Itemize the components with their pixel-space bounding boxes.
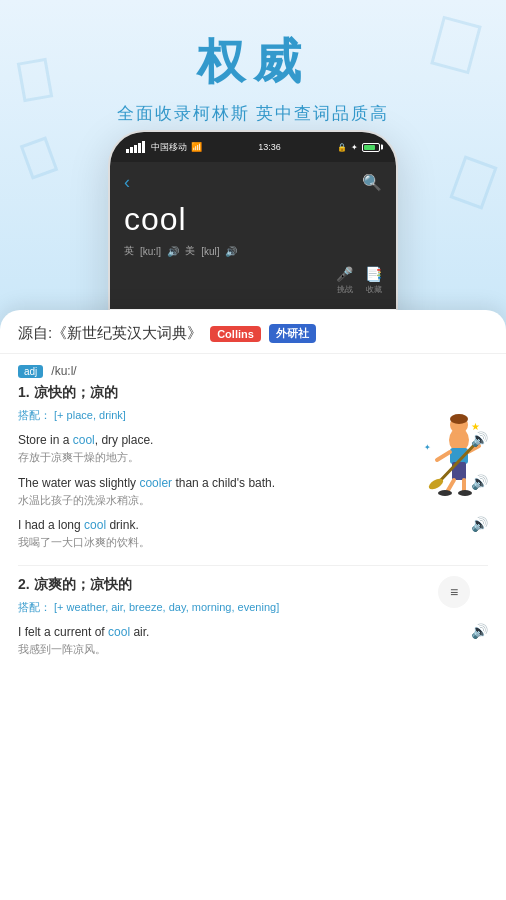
status-bar: 中国移动 📶 13:36 🔒 ✦ <box>110 132 396 162</box>
clock: 13:36 <box>258 142 281 152</box>
pronunciation-section: 英 [ku:l] 🔊 美 [kul] 🔊 <box>124 244 382 258</box>
example-en-1-3: I had a long cool drink. <box>18 516 488 534</box>
example-en-2-1: I felt a current of cool air. <box>18 623 488 641</box>
source-text: 源自:《新世纪英汉大词典》 <box>18 324 202 343</box>
carrier-name: 中国移动 <box>151 141 187 154</box>
divider-1 <box>18 565 488 566</box>
back-button[interactable]: ‹ <box>124 172 130 193</box>
signal-dots <box>126 141 145 153</box>
status-right: 🔒 ✦ <box>337 143 380 152</box>
sound-button-1-2[interactable]: 🔊 <box>471 474 488 490</box>
header-section: 权威 全面收录柯林斯 英中查词品质高 <box>0 0 506 135</box>
collect-button[interactable]: 📑 收藏 <box>365 266 382 295</box>
uk-sound-icon[interactable]: 🔊 <box>167 246 179 257</box>
example-1-1: Store in a cool, dry place. 存放于凉爽干燥的地方。 … <box>18 431 488 466</box>
phonetic-text: /ku:l/ <box>51 364 76 378</box>
challenge-label: 挑战 <box>337 284 353 295</box>
example-en-1-1: Store in a cool, dry place. <box>18 431 488 449</box>
example-1-2: The water was slightly cooler than a chi… <box>18 474 488 509</box>
page-title: 权威 <box>0 30 506 94</box>
example-zh-1-1: 存放于凉爽干燥的地方。 <box>18 449 488 466</box>
menu-button[interactable]: ≡ <box>438 576 470 608</box>
bg-decoration-3 <box>449 155 497 209</box>
collect-label: 收藏 <box>366 284 382 295</box>
waiyanshe-badge[interactable]: 外研社 <box>269 324 316 343</box>
bottom-card: 源自:《新世纪英汉大词典》 Collins 外研社 adj /ku:l/ <box>0 310 506 900</box>
sound-button-2-1[interactable]: 🔊 <box>471 623 488 639</box>
example-zh-1-3: 我喝了一大口冰爽的饮料。 <box>18 534 488 551</box>
uk-phonetic: [ku:l] <box>140 246 161 257</box>
search-icon[interactable]: 🔍 <box>362 173 382 192</box>
challenge-button[interactable]: 🎤 挑战 <box>336 266 353 295</box>
word-display: cool <box>124 201 382 238</box>
definition-item-2: 2. 凉爽的；凉快的 搭配： [+ weather, air, breeze, … <box>18 576 488 658</box>
example-2-1: I felt a current of cool air. 我感到一阵凉风。 🔊 <box>18 623 488 658</box>
collect-icon: 📑 <box>365 266 382 282</box>
example-zh-1-2: 水温比孩子的洗澡水稍凉。 <box>18 492 488 509</box>
sound-button-1-3[interactable]: 🔊 <box>471 516 488 532</box>
lock-icon: 🔒 <box>337 143 347 152</box>
uk-label: 英 <box>124 244 134 258</box>
example-1-3: I had a long cool drink. 我喝了一大口冰爽的饮料。 🔊 <box>18 516 488 551</box>
app-actions: 🎤 挑战 📑 收藏 <box>124 266 382 295</box>
app-nav: ‹ 🔍 <box>124 172 382 193</box>
us-phonetic: [kul] <box>201 246 219 257</box>
collins-badge[interactable]: Collins <box>210 326 261 342</box>
us-label: 美 <box>185 244 195 258</box>
page-subtitle: 全面收录柯林斯 英中查词品质高 <box>0 102 506 125</box>
status-left: 中国移动 📶 <box>126 141 202 154</box>
bg-decoration-4 <box>20 136 59 179</box>
app-header: ‹ 🔍 cool 英 [ku:l] 🔊 美 [kul] 🔊 🎤 挑战 📑 收 <box>110 162 396 309</box>
challenge-icon: 🎤 <box>336 266 353 282</box>
example-zh-2-1: 我感到一阵凉风。 <box>18 641 488 658</box>
sound-button-1-1[interactable]: 🔊 <box>471 431 488 447</box>
battery-icon <box>362 143 380 152</box>
svg-point-9 <box>450 414 468 424</box>
def-number-1: 1. 凉快的；凉的 <box>18 384 488 402</box>
us-sound-icon[interactable]: 🔊 <box>225 246 237 257</box>
phonetic-section: adj /ku:l/ <box>0 354 506 384</box>
def-collocations-2: 搭配： [+ weather, air, breeze, day, mornin… <box>18 600 488 615</box>
def-number-2: 2. 凉爽的；凉快的 <box>18 576 488 594</box>
example-en-1-2: The water was slightly cooler than a chi… <box>18 474 488 492</box>
source-bar: 源自:《新世纪英汉大词典》 Collins 外研社 <box>0 310 506 354</box>
pos-badge: adj <box>18 365 43 378</box>
bluetooth-icon: ✦ <box>351 143 358 152</box>
